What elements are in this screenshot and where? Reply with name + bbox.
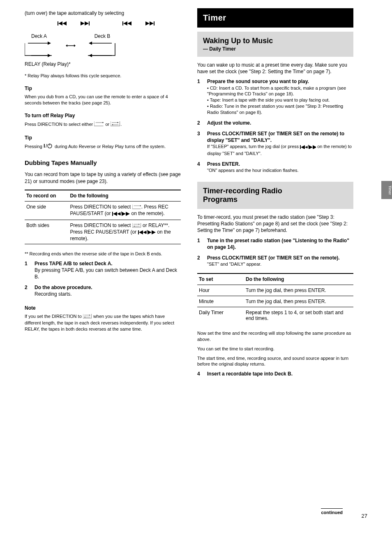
td-hour-instr: Turn the jog dial, then press ENTER. [244, 285, 353, 296]
step-3: 3 Press CLOCK/TIMER SET (or TIMER SET on… [197, 130, 353, 157]
dubbing-intro: You can record from tape to tape by usin… [25, 171, 181, 184]
left-column: (turn over) the tape automatically by se… [25, 8, 181, 380]
dubbing-heading: Dubbing Tapes Manually [25, 159, 181, 166]
table-footnote: ** Recording ends when the reverse side … [25, 251, 181, 257]
step-heading: Press ENTER. [207, 161, 353, 167]
rec-note: The start time, end time, recording sour… [197, 355, 353, 368]
td-one-side-instr: Press DIRECTION to select . Press REC PA… [68, 201, 181, 220]
timer-rec-title1: Timer-recording Radio [203, 187, 348, 195]
step-text: If "SLEEP" appears, turn the jog dial (o… [207, 144, 353, 157]
rec-note: You can set the time to start recording. [197, 346, 353, 352]
bullet: • CD: Insert a CD. To start from a speci… [207, 85, 353, 97]
record-options-table: To record on Do the following One side P… [25, 190, 181, 244]
skip-next-icon [309, 144, 316, 151]
timer-title: Timer [203, 13, 348, 23]
th-to-set: To set [197, 273, 244, 285]
step-1: 1 Tune in the preset radio station (see … [197, 237, 353, 250]
bullet: • Radio: Tune in the preset station you … [207, 103, 353, 116]
waking-up-title: Waking Up to Music [203, 37, 348, 45]
deck-a-label: Deck A [31, 33, 47, 39]
relay-icon [88, 41, 117, 58]
skip-prev-icon [122, 21, 133, 28]
step-4: 4 Insert a recordable tape into Deck B. [197, 371, 353, 377]
skip-prev-icon [138, 230, 146, 236]
step-2: 2 Adjust the volume. [197, 120, 353, 126]
side-tab: Timer [381, 181, 392, 199]
relay-label: RELAY (Relay Play)* [25, 61, 181, 67]
power-icon [44, 143, 53, 151]
tip-heading: Tip [25, 86, 181, 91]
step-text: "SET" and "DAILY" appear. [207, 261, 353, 267]
tip-text: Pressing during Auto Reverse or Relay Pl… [25, 143, 181, 151]
skip-next-icon [145, 21, 156, 28]
tip-text: When you dub from a CD, you can use the … [25, 94, 181, 106]
oneway-icon [94, 121, 104, 128]
th-record-on: To record on [25, 190, 68, 202]
note-heading: Note [25, 305, 181, 311]
skip-prev-icon [112, 211, 120, 217]
step-heading: Tune in the preset radio station (see "L… [207, 237, 353, 250]
skip-prev-icon [300, 144, 307, 151]
td-minute-instr: Turn the jog dial, then press ENTER. [244, 296, 353, 307]
step-text: Recording starts. [35, 291, 181, 297]
step-2: 2 Press CLOCK/TIMER SET (or TIMER SET on… [197, 255, 353, 267]
step-2: 2 Do the above procedure. Recording star… [25, 284, 181, 297]
skip-next-icon [148, 230, 156, 236]
td-hour: Hour [197, 285, 244, 296]
right-column: Timer Waking Up to Music — Daily Timer Y… [197, 8, 353, 380]
step-text: "ON" appears and the hour indication fla… [207, 167, 353, 174]
loop-icon [111, 121, 120, 128]
rec-note: Now set the time and the recording will … [197, 330, 353, 343]
td-both-sides-instr: Press DIRECTION to select or RELAY**. Pr… [68, 220, 181, 244]
relay-off-text: Press DIRECTION to select either or . [25, 121, 181, 128]
continued-label: continued [321, 508, 343, 515]
skip-next-icon [81, 21, 91, 28]
relay-icon [25, 41, 53, 58]
skip-prev-icon [58, 21, 68, 28]
step-1: 1 Press TAPE A/B to select Deck A. By pr… [25, 260, 181, 280]
step-heading: Prepare the sound source you want to pla… [207, 78, 353, 85]
step-text: By pressing TAPE A/B, you can switch bet… [35, 267, 181, 280]
th-do-following: Do the following [244, 273, 353, 285]
step-1: 1 Prepare the sound source you want to p… [197, 78, 353, 115]
step-heading: Adjust the volume. [207, 120, 353, 126]
deck-b-label: Deck B [95, 33, 111, 39]
set-time-table: To set Do the following Hour Turn the jo… [197, 273, 353, 324]
footnote-star: * Relay Play always follows this cycle s… [25, 73, 181, 79]
timer-section-header: Timer [197, 8, 353, 28]
timer-recording-header: Timer-recording Radio Programs [197, 182, 353, 209]
step-heading: Insert a recordable tape into Deck B. [207, 371, 353, 377]
waking-up-sub: — Daily Timer [203, 46, 348, 52]
loop-icon [83, 314, 92, 320]
double-arrow-icon [66, 43, 76, 48]
step-heading: Press TAPE A/B to select Deck A. [35, 260, 181, 267]
td-one-side: One side [25, 201, 68, 220]
skip-icons-row [58, 21, 181, 28]
timer-rec-intro: To timer-record, you must preset the rad… [197, 214, 353, 234]
step-4: 4 Press ENTER. "ON" appears and the hour… [197, 161, 353, 174]
relay-diagram: Deck A Deck B [25, 33, 181, 58]
oneway-icon [132, 204, 141, 211]
td-both-sides: Both sides [25, 220, 68, 244]
relay-off-heading: To turn off Relay Play [25, 113, 181, 118]
timer-rec-title2: Programs [203, 195, 348, 204]
intro-line: (turn over) the tape automatically by se… [25, 10, 181, 16]
skip-next-icon [122, 211, 130, 217]
loop-icon [132, 223, 141, 229]
note-text: If you set the DIRECTION to when you use… [25, 313, 181, 333]
td-minute: Minute [197, 296, 244, 307]
step-heading: Press CLOCK/TIMER SET (or TIMER SET on t… [207, 130, 353, 144]
th-do-following: Do the following [68, 190, 181, 202]
td-daily-timer: Daily Timer [197, 307, 244, 324]
bullet: • Tape: Insert a tape with the side you … [207, 97, 353, 103]
tip-heading: Tip [25, 135, 181, 141]
td-daily-timer-instr: Repeat the steps 1 to 4, or set both sta… [244, 307, 353, 324]
step-heading: Press CLOCK/TIMER SET (or TIMER SET on t… [207, 255, 353, 261]
page-number: 27 [362, 513, 367, 519]
step-heading: Do the above procedure. [35, 284, 181, 291]
waking-up-header: Waking Up to Music — Daily Timer [197, 32, 353, 57]
waking-intro: You can wake up to music at a preset tim… [197, 62, 353, 75]
